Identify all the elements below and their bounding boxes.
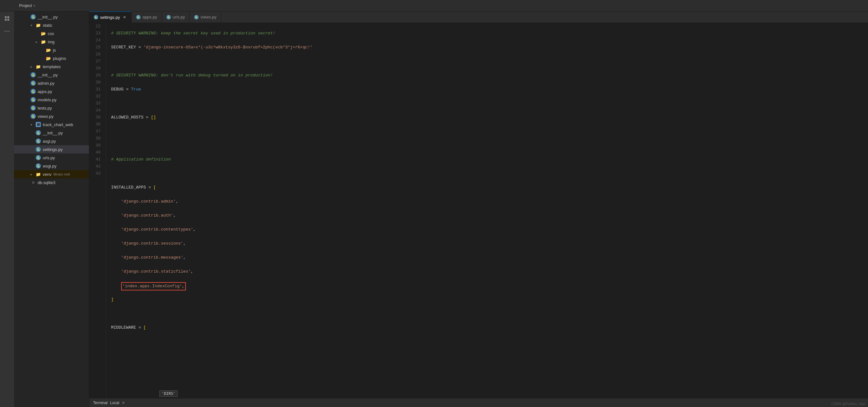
code-line-33: INSTALLED_APPS = [ [111, 184, 868, 191]
folder-item-img[interactable]: ▸ 📁 img [14, 38, 89, 46]
file-item-wsgi[interactable]: 🐍 wsgi.py [14, 162, 89, 170]
watermark: CSDN @FuWen_Hao [831, 402, 865, 406]
file-tree: 🐍 __init__.py ▾ 📁 static 📂 css ▸ 📁 img [14, 11, 89, 407]
python-icon: 🐍 [31, 89, 36, 94]
svg-rect-1 [7, 16, 9, 18]
svg-point-5 [7, 31, 8, 32]
code-line-40: 'index.apps.IndexConfig', [111, 282, 868, 289]
code-line-43: MIDDLEWARE = [ [111, 324, 868, 331]
python-icon: 🐍 [36, 155, 41, 160]
python-tab-icon: 🐍 [194, 15, 198, 20]
tab-settings[interactable]: 🐍 settings.py ✕ [89, 11, 132, 23]
status-tooltip: 'DIRS' [159, 391, 178, 397]
chevron-right-icon: ▸ [31, 65, 36, 68]
svg-rect-0 [5, 16, 7, 18]
svg-point-4 [5, 31, 6, 32]
sidebar-icon-bar [0, 11, 14, 407]
file-item-tests[interactable]: 🐍 tests.py [14, 104, 89, 112]
file-item-init3[interactable]: 🐍 __init__.py [14, 129, 89, 137]
file-item-views[interactable]: 🐍 views.py [14, 112, 89, 121]
folder-item-static[interactable]: ▾ 📁 static [14, 21, 89, 29]
db-icon: ≡ [31, 180, 36, 185]
terminal-tab[interactable]: Terminal Local ✕ [93, 401, 125, 405]
folder-icon: 📁 [36, 172, 41, 177]
file-item-init2[interactable]: 🐍 __init__.py [14, 71, 89, 79]
code-line-30 [111, 142, 868, 149]
file-item-db[interactable]: ≡ db.sqlite3 [14, 178, 89, 186]
code-line-29 [111, 128, 868, 135]
code-line-41: ] [111, 296, 868, 303]
code-line-37: 'django.contrib.sessions', [111, 240, 868, 247]
code-line-39: 'django.contrib.staticfiles', [111, 268, 868, 275]
file-item-settings[interactable]: 🐍 settings.py [14, 145, 89, 154]
code-line-32 [111, 170, 868, 177]
code-line-24 [111, 58, 868, 65]
main-layout: 🐍 __init__.py ▾ 📁 static 📂 css ▸ 📁 img [0, 11, 868, 407]
line-numbers: 22 23 24 25 26 27 28 29 30 31 32 33 34 3… [89, 23, 106, 398]
editor-area: 🐍 settings.py ✕ 🐍 apps.py 🐍 urls.py 🐍 vi… [89, 11, 868, 407]
file-item-init1[interactable]: 🐍 __init__.py [14, 13, 89, 21]
file-item-models[interactable]: 🐍 models.py [14, 96, 89, 104]
folder-icon: 📂 [46, 56, 51, 61]
highlighted-code-box: 'index.apps.IndexConfig', [121, 282, 186, 291]
code-line-34: 'django.contrib.admin', [111, 198, 868, 205]
code-line-27 [111, 100, 868, 107]
svg-rect-3 [7, 19, 9, 21]
python-tab-icon: 🐍 [166, 15, 171, 20]
code-line-35: 'django.contrib.auth', [111, 212, 868, 219]
python-icon: 🐍 [31, 80, 36, 86]
folder-icon: 📂 [46, 48, 51, 53]
folder-item-templates[interactable]: ▸ 📁 templates [14, 62, 89, 71]
folder-item-venv[interactable]: ▸ 📁 venv library root [14, 170, 89, 178]
python-tab-icon: 🐍 [136, 15, 141, 20]
python-icon: 🐍 [31, 97, 36, 102]
folder-icon: 📁 [41, 39, 46, 44]
code-line-28: ALLOWED_HOSTS = [] [111, 114, 868, 121]
file-item-admin[interactable]: 🐍 admin.py [14, 79, 89, 87]
file-explorer-icon[interactable] [3, 14, 11, 23]
local-label: Local [110, 401, 119, 405]
code-content: # SECURITY WARNING: keep the secret key … [106, 23, 868, 398]
tab-close-button[interactable]: ✕ [122, 15, 127, 20]
project-chevron[interactable]: ∨ [33, 4, 35, 7]
tab-urls[interactable]: 🐍 urls.py [162, 11, 190, 23]
python-icon: 🐍 [36, 163, 41, 168]
folder-icon: 📂 [41, 31, 46, 36]
code-line-36: 'django.contrib.contenttypes', [111, 226, 868, 233]
tab-settings-label: settings.py [100, 15, 120, 20]
file-item-urls[interactable]: 🐍 urls.py [14, 154, 89, 162]
folder-item-track-chart-web[interactable]: ▾ ⬛ track_chart_web [14, 121, 89, 129]
more-icon[interactable] [3, 27, 11, 36]
terminal-label: Terminal [93, 401, 107, 405]
python-icon: 🐍 [31, 105, 36, 110]
python-icon: 🐍 [31, 114, 36, 119]
tab-apps[interactable]: 🐍 apps.py [132, 11, 162, 23]
project-title: Project [19, 3, 32, 8]
file-item-apps[interactable]: 🐍 apps.py [14, 87, 89, 96]
chevron-down-icon: ▾ [31, 123, 36, 127]
python-icon: 🐍 [31, 14, 36, 20]
folder-item-plugins[interactable]: 📂 plugins [14, 54, 89, 62]
folder-item-css[interactable]: 📂 css [14, 29, 89, 38]
tab-urls-label: urls.py [173, 15, 185, 20]
chevron-right-icon: ▸ [31, 173, 36, 176]
code-line-31: # Application definition [111, 156, 868, 163]
chevron-down-icon: ▾ [31, 24, 36, 27]
tab-views-label: views.py [200, 15, 216, 20]
code-editor[interactable]: 22 23 24 25 26 27 28 29 30 31 32 33 34 3… [89, 23, 868, 398]
svg-point-6 [9, 31, 9, 32]
code-line-25: # SECURITY WARNING: don't run with debug… [111, 72, 868, 79]
python-icon: 🐍 [36, 139, 41, 144]
python-tab-icon: 🐍 [94, 15, 98, 20]
code-line-23: SECRET_KEY = 'django-insecure-b5a=x*(-u3… [111, 44, 868, 51]
bottom-panel: Terminal Local ✕ [89, 398, 868, 407]
tab-apps-label: apps.py [143, 15, 157, 20]
tab-bar: 🐍 settings.py ✕ 🐍 apps.py 🐍 urls.py 🐍 vi… [89, 11, 868, 23]
folder-item-js[interactable]: 📂 js [14, 46, 89, 54]
terminal-close-icon[interactable]: ✕ [122, 401, 125, 405]
file-item-asgi[interactable]: 🐍 asgi.py [14, 137, 89, 145]
code-line-26: DEBUG = True [111, 86, 868, 93]
tab-views[interactable]: 🐍 views.py [190, 11, 221, 23]
folder-track-icon: ⬛ [36, 122, 41, 127]
folder-icon: 📁 [36, 64, 41, 69]
